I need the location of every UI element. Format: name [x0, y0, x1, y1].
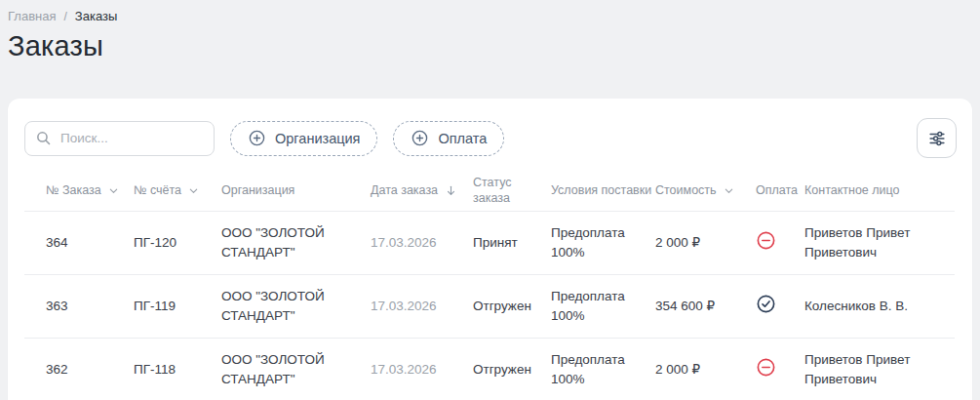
table-row[interactable]: 362 ПГ-118 ООО "ЗОЛОТОЙ СТАНДАРТ" 17.03.… [24, 339, 955, 400]
filter-button-label: Организация [275, 131, 360, 146]
order-number-cell: 364 [46, 223, 134, 262]
delivery-terms-cell: Предоплата 100% [551, 340, 655, 398]
arrow-down-icon [445, 184, 457, 197]
table-settings-button[interactable] [917, 118, 957, 158]
order-status-cell: Принят [473, 223, 551, 262]
organization-cell: ООО "ЗОЛОТОЙ СТАНДАРТ" [221, 277, 371, 335]
chevron-down-icon [724, 185, 734, 196]
orders-page: Главная / Заказы Заказы Организация [0, 0, 980, 400]
breadcrumb-separator: / [63, 10, 66, 23]
contact-person-cell: Приветов Привет Приветович [804, 214, 955, 271]
delivery-terms-cell: Предоплата 100% [551, 277, 655, 335]
breadcrumb: Главная / Заказы [8, 0, 972, 23]
table-header-row: № Заказа № счёта Организация Дата заказа… [24, 170, 955, 212]
column-header-order-status[interactable]: Статус заказа [473, 175, 551, 207]
filter-button-organization[interactable]: Организация [230, 121, 377, 156]
invoice-number-cell: ПГ-118 [134, 350, 221, 389]
toolbar: Организация Оплата [8, 99, 972, 158]
column-header-order-date[interactable]: Дата заказа [371, 182, 473, 198]
orders-card: Организация Оплата [8, 99, 972, 400]
chevron-down-icon [108, 185, 119, 196]
payment-status-icon [756, 294, 776, 314]
plus-circle-icon [411, 129, 429, 147]
column-header-payment[interactable]: Оплата [756, 182, 804, 198]
table-row[interactable]: 363 ПГ-119 ООО "ЗОЛОТОЙ СТАНДАРТ" 17.03.… [24, 275, 955, 339]
order-date-cell: 17.03.2026 [371, 223, 473, 262]
search-icon [35, 130, 52, 146]
orders-table: № Заказа № счёта Организация Дата заказа… [8, 170, 972, 400]
column-header-organization[interactable]: Организация [221, 182, 371, 198]
order-status-cell: Отгружен [473, 350, 551, 389]
payment-status-icon [756, 357, 776, 378]
invoice-number-cell: ПГ-120 [134, 223, 221, 262]
invoice-number-cell: ПГ-119 [134, 287, 221, 326]
organization-cell: ООО "ЗОЛОТОЙ СТАНДАРТ" [221, 214, 371, 271]
payment-cell [756, 347, 804, 393]
plus-circle-icon [248, 129, 266, 147]
contact-person-cell: Приветов Привет Приветович [804, 340, 955, 398]
order-number-cell: 362 [46, 350, 134, 389]
cost-cell: 354 600 ₽ [655, 287, 756, 326]
filter-button-label: Оплата [438, 131, 487, 146]
payment-cell [756, 220, 804, 266]
chevron-down-icon [188, 185, 199, 196]
order-number-cell: 363 [46, 287, 134, 326]
breadcrumb-home[interactable]: Главная [8, 9, 56, 23]
cost-cell: 2 000 ₽ [655, 350, 756, 389]
payment-cell [756, 284, 804, 330]
breadcrumb-current: Заказы [75, 9, 117, 23]
order-status-cell: Отгружен [473, 287, 551, 326]
order-date-cell: 17.03.2026 [371, 287, 473, 326]
filter-button-payment[interactable]: Оплата [393, 121, 504, 156]
column-header-invoice-number[interactable]: № счёта [134, 182, 221, 198]
contact-person-cell: Колесников В. В. [804, 287, 955, 326]
cost-cell: 2 000 ₽ [655, 223, 756, 262]
order-date-cell: 17.03.2026 [371, 350, 473, 389]
table-body: 364 ПГ-120 ООО "ЗОЛОТОЙ СТАНДАРТ" 17.03.… [8, 212, 972, 400]
column-header-contact-person[interactable]: Контактное лицо [804, 182, 955, 198]
table-row[interactable]: 364 ПГ-120 ООО "ЗОЛОТОЙ СТАНДАРТ" 17.03.… [24, 212, 955, 275]
page-title: Заказы [8, 30, 972, 62]
payment-status-icon [756, 230, 776, 251]
organization-cell: ООО "ЗОЛОТОЙ СТАНДАРТ" [221, 340, 371, 398]
column-header-delivery-terms[interactable]: Условия поставки [551, 182, 655, 198]
column-header-cost[interactable]: Стоимость [655, 182, 756, 198]
sliders-icon [926, 128, 948, 149]
search-box[interactable] [24, 121, 215, 156]
column-header-order-number[interactable]: № Заказа [46, 182, 134, 198]
search-input[interactable] [60, 131, 204, 145]
delivery-terms-cell: Предоплата 100% [551, 214, 655, 271]
